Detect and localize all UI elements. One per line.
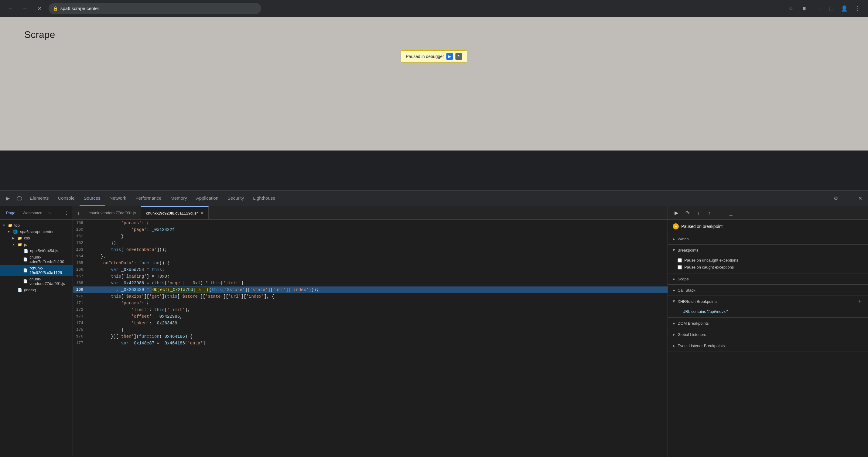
paused-on-breakpoint-text: Paused on breakpoint xyxy=(681,224,722,229)
global-listeners-section: ▶ Global Listeners xyxy=(668,329,868,340)
watch-arrow: ▶ xyxy=(673,237,675,241)
tree-item-top[interactable]: ▼ 📁 top xyxy=(0,222,72,228)
address-bar[interactable]: 🔒 spa6.scrape.center xyxy=(49,3,261,14)
code-line-175: 175 } xyxy=(73,327,668,333)
file-tab-chunk19c[interactable]: chunk-19c920f8.c3a1129d.js* ✕ xyxy=(141,206,209,219)
tree-item-app-js[interactable]: ▶ 📄 app.5ef0d454.js xyxy=(0,248,72,254)
global-listeners-header[interactable]: ▶ Global Listeners xyxy=(668,329,868,340)
inspect-element-button[interactable]: ▶ xyxy=(2,193,13,204)
sidebar-header-menu[interactable]: ⋮ xyxy=(64,210,69,216)
breakpoints-section-header[interactable]: ▶ Breakpoints xyxy=(668,244,868,256)
page-content: Scrape xyxy=(0,17,868,151)
code-line-167: 167 this['loading'] = !0x0; xyxy=(73,273,668,280)
xhr-breakpoints-content: URL contains "/api/movie" xyxy=(668,307,868,318)
tab-sources[interactable]: Sources xyxy=(80,191,105,206)
dom-breakpoints-header[interactable]: ▶ DOM Breakpoints xyxy=(668,318,868,329)
step-out-button[interactable]: ↑ xyxy=(704,208,714,218)
tree-arrow-top: ▼ xyxy=(2,224,7,227)
file-tab-close-button[interactable]: ✕ xyxy=(200,211,204,215)
tree-item-css[interactable]: ▶ 📁 css xyxy=(0,235,72,241)
tab-application[interactable]: Application xyxy=(192,191,223,206)
call-stack-section-header[interactable]: ▶ Call Stack xyxy=(668,285,868,296)
call-stack-section: ▶ Call Stack xyxy=(668,285,868,296)
devtools-more-button[interactable]: ⋮ xyxy=(842,193,854,204)
tree-item-chunk4dec[interactable]: ▶ 📄 chunk-4dec7ef0.e4c2b130 xyxy=(0,254,72,265)
extensions-puzzle-button[interactable]: □ xyxy=(812,3,823,14)
scope-label: Scope xyxy=(678,277,689,281)
dom-arrow: ▶ xyxy=(673,322,675,325)
tree-arrow-css: ▶ xyxy=(12,236,17,240)
tree-item-js[interactable]: ▼ 📁 js xyxy=(0,241,72,248)
pause-caught-input[interactable] xyxy=(678,265,682,269)
reload-button[interactable]: ✕ xyxy=(34,3,45,14)
xhr-add-button[interactable]: + xyxy=(857,298,863,305)
tree-item-spa6[interactable]: ▼ 🌐 spa6.scrape.center xyxy=(0,228,72,235)
pause-uncaught-checkbox[interactable]: Pause on uncaught exceptions xyxy=(678,257,863,264)
devtools-panel: ▶ ◯ Elements Console Sources Network Per… xyxy=(0,190,868,457)
menu-button[interactable]: ⋮ xyxy=(852,3,863,14)
xhr-breakpoints-section: ▶ XHR/fetch Breakpoints + URL contains "… xyxy=(668,296,868,318)
step-button[interactable]: → xyxy=(715,208,725,218)
global-listeners-arrow: ▶ xyxy=(673,333,675,336)
devtools-body: Page Workspace ›› ⋮ ▼ 📁 top ▼ 🌐 spa6.scr… xyxy=(0,206,868,457)
code-line-161: 161 } xyxy=(73,233,668,240)
pause-uncaught-input[interactable] xyxy=(678,258,682,262)
tree-label-spa6: spa6.scrape.center xyxy=(20,229,54,234)
deactivate-breakpoints-button[interactable]: ⎯ xyxy=(726,208,736,218)
breakpoints-section: ▶ Breakpoints Pause on uncaught exceptio… xyxy=(668,244,868,273)
paused-in-debugger-banner: Paused in debugger ▶ ↻ xyxy=(401,51,467,63)
profile-button[interactable]: 👤 xyxy=(839,3,850,14)
folder-icon-top: 📁 xyxy=(8,223,12,228)
pause-caught-checkbox[interactable]: Pause on caught exceptions xyxy=(678,264,863,271)
tree-item-vendors[interactable]: ▶ 📄 chunk-vendors.77daf991.js xyxy=(0,276,72,287)
pause-resume-button[interactable]: ▶ xyxy=(672,208,681,218)
code-line-173: 173 'offset': _0x422986, xyxy=(73,313,668,320)
code-line-163: 163 this['onFetchData'](); xyxy=(73,247,668,253)
watch-section-header[interactable]: ▶ Watch xyxy=(668,233,868,244)
tree-item-chunk19c[interactable]: ▶ 📄 *chunk-19c920f8.c3a1129 xyxy=(0,265,72,276)
workspace-more[interactable]: ›› xyxy=(48,211,51,215)
bookmark-button[interactable]: ☆ xyxy=(785,3,796,14)
event-listener-breakpoints-header[interactable]: ▶ Event Listener Breakpoints xyxy=(668,340,868,351)
watch-label: Watch xyxy=(678,237,688,241)
sidebar-tab-page[interactable]: Page xyxy=(4,209,18,216)
event-listener-label: Event Listener Breakpoints xyxy=(678,344,725,348)
device-toolbar-button[interactable]: ◯ xyxy=(14,193,25,204)
file-panel-toggle[interactable]: ◫ xyxy=(73,207,84,219)
code-line-162: 162 }), xyxy=(73,240,668,247)
tab-performance[interactable]: Performance xyxy=(131,191,166,206)
file-tab-chunk19c-label: chunk-19c920f8.c3a1129d.js* xyxy=(146,211,198,216)
browser-actions: ☆ ■ □ ◫ 👤 ⋮ xyxy=(785,3,863,14)
tab-elements[interactable]: Elements xyxy=(26,191,53,206)
xhr-breakpoints-header[interactable]: ▶ XHR/fetch Breakpoints + xyxy=(668,296,868,307)
tab-network[interactable]: Network xyxy=(105,191,131,206)
step-over-button[interactable]: ↻ xyxy=(456,53,462,60)
file-tab-vendors[interactable]: chunk-vendors.77daf991.js xyxy=(84,206,141,219)
tab-memory[interactable]: Memory xyxy=(166,191,191,206)
sidebar-header: Page Workspace ›› ⋮ xyxy=(0,206,72,220)
tree-label-chunk4dec: chunk-4dec7ef0.e4c2b130 xyxy=(29,255,70,264)
resume-button[interactable]: ▶ xyxy=(446,53,453,60)
extensions-button[interactable]: ■ xyxy=(799,3,810,14)
pause-caught-label: Pause on caught exceptions xyxy=(684,265,734,269)
step-over-button[interactable]: ↷ xyxy=(682,208,692,218)
file-tab-vendors-label: chunk-vendors.77daf991.js xyxy=(89,210,136,215)
tree-label-top: top xyxy=(14,223,20,228)
split-screen-button[interactable]: ◫ xyxy=(826,3,836,14)
code-editor[interactable]: 159 'params': { 160 'page': _0x12422f 16… xyxy=(73,220,668,457)
tree-item-index[interactable]: ▶ 📄 (index) xyxy=(0,287,72,293)
scope-section-header[interactable]: ▶ Scope xyxy=(668,273,868,284)
tab-lighthouse[interactable]: Lighthouse xyxy=(249,191,279,206)
devtools-close-button[interactable]: ✕ xyxy=(855,193,866,204)
step-into-button[interactable]: ↓ xyxy=(693,208,703,218)
scope-arrow: ▶ xyxy=(673,278,675,281)
devtools-settings-button[interactable]: ⚙ xyxy=(830,193,841,204)
forward-button[interactable]: → xyxy=(20,3,30,14)
breakpoints-content: Pause on uncaught exceptions Pause on ca… xyxy=(668,256,868,273)
tab-security[interactable]: Security xyxy=(223,191,248,206)
tab-console[interactable]: Console xyxy=(54,191,79,206)
tree-label-vendors: chunk-vendors.77daf991.js xyxy=(29,277,70,286)
domain-icon-spa6: 🌐 xyxy=(13,229,18,234)
sidebar-tab-workspace[interactable]: Workspace xyxy=(20,209,44,216)
back-button[interactable]: ← xyxy=(5,3,16,14)
